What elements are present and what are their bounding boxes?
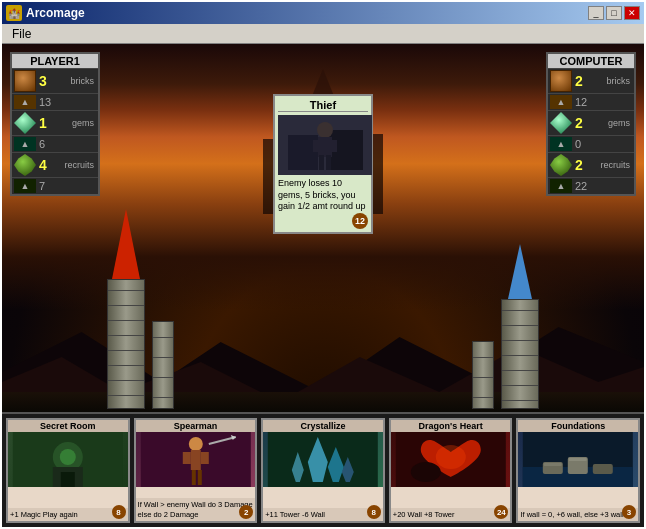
- card-foundations-desc: If wall = 0, +6 wall, else +3 wall: [518, 508, 638, 521]
- computer-gems-rate: 0: [575, 138, 581, 150]
- active-card-image: [278, 115, 372, 175]
- svg-point-21: [317, 122, 333, 138]
- player1-recruits-num: 4: [39, 157, 59, 173]
- card-dragons-heart[interactable]: Dragon's Heart: [389, 418, 513, 523]
- active-card-title: Thief: [278, 99, 368, 112]
- player1-gems-rate: 6: [39, 138, 45, 150]
- svg-rect-53: [593, 464, 613, 474]
- card-secret-room-title: Secret Room: [8, 420, 128, 432]
- card-crystallize-art: [263, 432, 383, 508]
- svg-rect-40: [197, 470, 201, 485]
- player1-tower: [107, 209, 145, 409]
- card-dragons-heart-title: Dragon's Heart: [391, 420, 511, 432]
- computer-bricks-num: 2: [575, 73, 595, 89]
- computer-recruits-rate: 22: [575, 180, 587, 192]
- thief-art: [278, 115, 372, 175]
- recruits-rate-icon: ▲: [14, 179, 36, 193]
- svg-point-31: [60, 449, 76, 465]
- computer-recruits-rate-row: ▲ 22: [548, 177, 634, 194]
- computer-label: COMPUTER: [548, 54, 634, 68]
- menu-bar: File: [2, 24, 644, 44]
- right-tower-body: [501, 299, 539, 409]
- player1-label: PLAYER1: [12, 54, 98, 68]
- maximize-button[interactable]: □: [606, 6, 622, 20]
- svg-rect-34: [190, 450, 200, 470]
- svg-rect-39: [191, 470, 195, 485]
- svg-rect-23: [313, 140, 321, 152]
- svg-point-33: [188, 437, 202, 451]
- computer-recruits-icon: [550, 154, 572, 176]
- computer-bricks-row: 2 bricks: [548, 68, 634, 93]
- card-dragons-heart-art: [391, 432, 511, 508]
- computer-gems-label: gems: [608, 118, 632, 128]
- svg-point-48: [411, 462, 441, 482]
- computer-bricks-rate-icon: ▲: [550, 95, 572, 109]
- card-spearman-title: Spearman: [136, 420, 256, 432]
- recruits-icon: [14, 154, 36, 176]
- player1-recruits-row: 4 recruits: [12, 152, 98, 177]
- player1-gems-row: 1 gems: [12, 110, 98, 135]
- computer-recruits-row: 2 recruits: [548, 152, 634, 177]
- computer-gems-row: 2 gems: [548, 110, 634, 135]
- ground: [2, 392, 644, 412]
- close-button[interactable]: ✕: [624, 6, 640, 20]
- svg-rect-26: [326, 155, 331, 170]
- card-foundations-title: Foundations: [518, 420, 638, 432]
- svg-point-47: [436, 445, 466, 469]
- hand-area: Secret Room +1 Magic Play a: [2, 412, 644, 527]
- card-spearman-desc: If Wall > enemy Wall do 3 Damage else do…: [136, 498, 256, 521]
- bricks-rate-icon: ▲: [14, 95, 36, 109]
- card-crystallize-cost: 8: [367, 505, 381, 519]
- app-window: 🏰 Arcomage _ □ ✕ File: [0, 0, 646, 529]
- player1-bricks-rate-row: ▲ 13: [12, 93, 98, 110]
- player1-recruits-label: recruits: [64, 160, 96, 170]
- player1-gems-num: 1: [39, 115, 59, 131]
- player1-gems-rate-row: ▲ 6: [12, 135, 98, 152]
- card-secret-room-cost: 8: [112, 505, 126, 519]
- card-secret-room-art: [8, 432, 128, 508]
- computer-recruits-rate-icon: ▲: [550, 179, 572, 193]
- bricks-icon: [14, 70, 36, 92]
- svg-rect-24: [329, 140, 337, 152]
- active-card-cost-badge: 12: [352, 213, 368, 229]
- active-card: Thief Enemy loses 10 gems, 5 bri: [273, 94, 373, 234]
- card-secret-room-desc: +1 Magic Play again: [8, 508, 128, 521]
- computer-gems-rate-row: ▲ 0: [548, 135, 634, 152]
- gems-rate-icon: ▲: [14, 137, 36, 151]
- computer-gems-num: 2: [575, 115, 595, 131]
- card-dragons-heart-desc: +20 Wall +8 Tower: [391, 508, 511, 521]
- card-foundations-art: [518, 432, 638, 508]
- svg-rect-30: [61, 472, 75, 487]
- computer-bricks-rate-row: ▲ 12: [548, 93, 634, 110]
- card-spearman-art: [136, 432, 256, 498]
- card-secret-room[interactable]: Secret Room +1 Magic Play a: [6, 418, 130, 523]
- svg-rect-55: [569, 458, 587, 461]
- card-crystallize[interactable]: Crystallize +11 Tower -6 Wa: [261, 418, 385, 523]
- red-spire: [112, 209, 140, 279]
- game-area: PLAYER1 3 bricks ▲ 13 1 gems ▲ 6: [2, 44, 644, 527]
- player1-recruits-rate: 7: [39, 180, 45, 192]
- card-foundations[interactable]: Foundations: [516, 418, 640, 523]
- computer-gems-rate-icon: ▲: [550, 137, 572, 151]
- computer-gems-icon: [550, 112, 572, 134]
- player1-panel: PLAYER1 3 bricks ▲ 13 1 gems ▲ 6: [10, 52, 100, 196]
- title-buttons: _ □ ✕: [588, 6, 640, 20]
- file-menu[interactable]: File: [6, 25, 37, 43]
- active-card-cost: 12: [278, 213, 368, 229]
- computer-bricks-icon: [550, 70, 572, 92]
- window-title: Arcomage: [26, 6, 85, 20]
- player1-recruits-rate-row: ▲ 7: [12, 177, 98, 194]
- title-bar: 🏰 Arcomage _ □ ✕: [2, 2, 644, 24]
- minimize-button[interactable]: _: [588, 6, 604, 20]
- svg-rect-25: [319, 155, 324, 170]
- card-foundations-cost: 3: [622, 505, 636, 519]
- computer-panel: COMPUTER 2 bricks ▲ 12 2 gems ▲ 0: [546, 52, 636, 196]
- blue-spire: [508, 244, 532, 299]
- card-spearman[interactable]: Spearman: [134, 418, 258, 523]
- computer-wall: [472, 341, 494, 409]
- computer-bricks-rate: 12: [575, 96, 587, 108]
- app-icon: 🏰: [6, 5, 22, 21]
- svg-rect-54: [544, 463, 562, 466]
- svg-rect-36: [200, 452, 208, 464]
- card-crystallize-title: Crystallize: [263, 420, 383, 432]
